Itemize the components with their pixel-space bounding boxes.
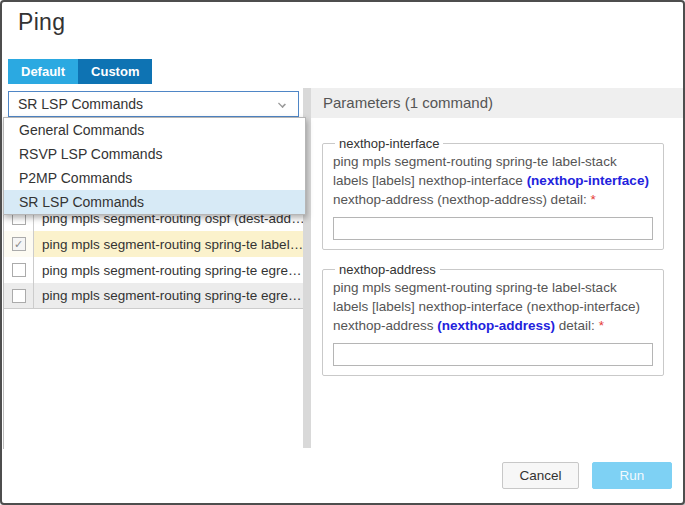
nexthop-interface-input[interactable] (333, 217, 653, 240)
dropdown-option-srlsp[interactable]: SR LSP Commands (4, 190, 305, 214)
check-icon: ✓ (14, 238, 23, 251)
param-description: ping mpls segment-routing spring-te labe… (333, 152, 653, 209)
parameters-header: Parameters (1 command) (311, 88, 683, 118)
page-title: Ping (18, 9, 65, 36)
param-name-highlight: (nexthop-address) (437, 318, 555, 333)
command-category-value: SR LSP Commands (18, 96, 143, 112)
dropdown-option-rsvp[interactable]: RSVP LSP Commands (4, 142, 305, 166)
cancel-button[interactable]: Cancel (502, 462, 579, 489)
command-category-select[interactable]: SR LSP Commands (8, 91, 299, 117)
command-checkbox-checked[interactable]: ✓ (12, 237, 26, 251)
command-checkbox-cell (4, 257, 34, 283)
command-checkbox-cell: ✓ (4, 231, 34, 257)
required-asterisk: * (590, 192, 595, 207)
param-group-legend: nexthop-interface (335, 136, 443, 151)
command-label: ping mpls segment-routing spring-te egre… (34, 257, 304, 283)
command-label: ping mpls segment-routing spring-te egre… (34, 283, 304, 308)
dropdown-option-general[interactable]: General Commands (4, 118, 305, 142)
command-row[interactable]: ping mpls segment-routing spring-te egre… (4, 257, 304, 283)
mode-tabs: Default Custom (8, 59, 152, 84)
param-group-legend: nexthop-address (335, 262, 440, 277)
param-group-nexthop-address: nexthop-address ping mpls segment-routin… (322, 262, 664, 376)
tab-custom[interactable]: Custom (78, 59, 152, 84)
nexthop-address-input[interactable] (333, 343, 653, 366)
dropdown-option-p2mp[interactable]: P2MP Commands (4, 166, 305, 190)
param-desc-text: detail: (555, 318, 599, 333)
command-checkbox-cell (4, 283, 34, 308)
command-label: ping mpls segment-routing spring-te labe… (34, 231, 304, 257)
ping-dialog: Ping Default Custom SR LSP Commands ping… (0, 0, 685, 505)
command-checkbox[interactable] (12, 289, 26, 303)
required-asterisk: * (599, 318, 604, 333)
param-description: ping mpls segment-routing spring-te labe… (333, 278, 653, 335)
chevron-down-icon (278, 100, 286, 108)
param-name-highlight: (nexthop-interface) (527, 173, 649, 188)
tab-default[interactable]: Default (8, 59, 78, 84)
command-category-dropdown: General Commands RSVP LSP Commands P2MP … (3, 117, 306, 215)
command-checkbox[interactable] (12, 263, 26, 277)
command-row[interactable]: ✓ ping mpls segment-routing spring-te la… (4, 231, 304, 257)
run-button[interactable]: Run (592, 462, 672, 489)
command-row[interactable]: ping mpls segment-routing spring-te egre… (4, 283, 304, 309)
param-group-nexthop-interface: nexthop-interface ping mpls segment-rout… (322, 136, 664, 250)
param-desc-text: nexthop-address (nexthop-address) detail… (333, 192, 590, 207)
